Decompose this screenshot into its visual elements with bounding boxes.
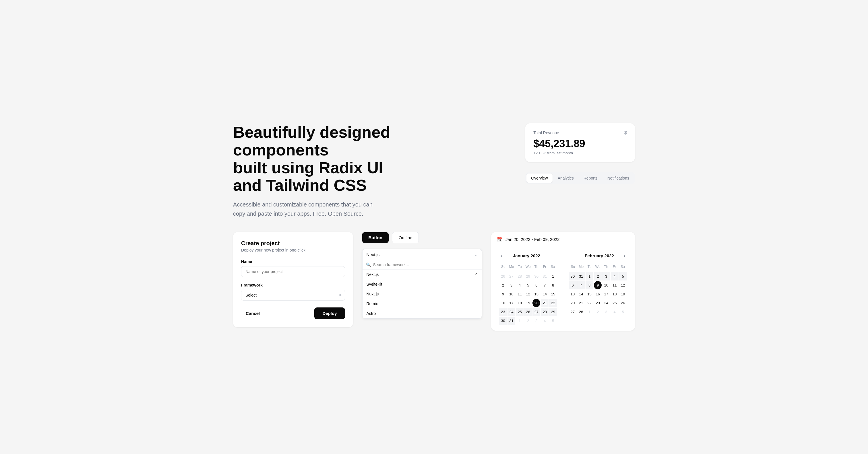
cal-cell[interactable]: 9 [499, 290, 507, 298]
cal-cell[interactable]: 10 [507, 290, 515, 298]
cal-cell[interactable]: 4 [611, 308, 619, 316]
cal-cell[interactable]: 1 [549, 272, 557, 281]
cal-cell[interactable]: 29 [549, 308, 557, 316]
framework-search-input[interactable] [373, 262, 478, 267]
dropdown-option-remix[interactable]: Remix [363, 299, 482, 309]
dropdown-trigger[interactable]: Next.js ⌄ [363, 249, 482, 260]
cal-cell[interactable]: 2 [594, 272, 601, 281]
cal-cell[interactable]: 26 [524, 308, 532, 316]
tab-overview[interactable]: Overview [526, 173, 552, 183]
cal-cell[interactable]: 8 [549, 281, 557, 289]
cal-cell[interactable]: 11 [516, 290, 524, 298]
cal-cell[interactable]: 12 [524, 290, 532, 298]
cal-cell[interactable]: 16 [499, 299, 507, 307]
cal-cell[interactable]: 24 [507, 308, 515, 316]
cal-cell[interactable]: 23 [499, 308, 507, 316]
cal-cell[interactable]: 15 [586, 290, 593, 298]
cal-cell[interactable]: 22 [549, 299, 557, 307]
cal-cell[interactable]: 6 [569, 281, 577, 289]
cal-cell[interactable]: 13 [569, 290, 577, 298]
project-name-input[interactable] [241, 266, 345, 277]
showcase-outline-button[interactable]: Outline [392, 232, 419, 243]
calendar-grids: ‹ January 2022 Su Mo Tu We Th Fr Sa [491, 247, 635, 331]
cal-cell[interactable]: 19 [619, 290, 627, 298]
cal-cell[interactable]: 8 [586, 281, 593, 289]
cal-cell[interactable]: 11 [611, 281, 619, 289]
cal-cell[interactable]: 3 [507, 281, 515, 289]
date-range-text: Jan 20, 2022 - Feb 09, 2022 [505, 237, 559, 242]
cal-cell[interactable]: 3 [532, 317, 540, 325]
cal-cell[interactable]: 25 [516, 308, 524, 316]
cal-cell[interactable]: 20 [569, 299, 577, 307]
cal-cell[interactable]: 18 [516, 299, 524, 307]
tab-notifications[interactable]: Notifications [603, 173, 634, 183]
cancel-button[interactable]: Cancel [241, 308, 265, 319]
cal-cell[interactable]: 18 [611, 290, 619, 298]
cal-cell-feb-9-selected[interactable]: 9 [594, 281, 601, 289]
cal-cell[interactable]: 30 [569, 272, 577, 281]
cal-cell[interactable]: 16 [594, 290, 601, 298]
cal-cell[interactable]: 24 [602, 299, 610, 307]
cal-cell[interactable]: 1 [586, 308, 593, 316]
dropdown-option-nextjs[interactable]: Next.js ✓ [363, 269, 482, 279]
cal-cell[interactable]: 2 [524, 317, 532, 325]
cal-cell[interactable]: 28 [516, 272, 524, 281]
cal-cell[interactable]: 4 [516, 281, 524, 289]
cal-cell[interactable]: 12 [619, 281, 627, 289]
cal-cell[interactable]: 30 [499, 317, 507, 325]
tab-analytics[interactable]: Analytics [553, 173, 578, 183]
cal-cell[interactable]: 3 [602, 308, 610, 316]
cal-cell[interactable]: 28 [541, 308, 549, 316]
cal-cell[interactable]: 14 [577, 290, 585, 298]
prev-month-button[interactable]: ‹ [499, 253, 504, 259]
tab-reports[interactable]: Reports [579, 173, 602, 183]
deploy-button[interactable]: Deploy [314, 307, 345, 319]
cal-cell[interactable]: 31 [577, 272, 585, 281]
cal-cell[interactable]: 21 [541, 299, 549, 307]
dropdown-option-astro[interactable]: Astro [363, 309, 482, 318]
cal-cell[interactable]: 21 [577, 299, 585, 307]
cal-cell[interactable]: 23 [594, 299, 601, 307]
framework-select[interactable]: Select Next.js SvelteKit Nuxt.js Remix A… [241, 290, 345, 300]
cal-cell[interactable]: 7 [577, 281, 585, 289]
cal-cell[interactable]: 28 [577, 308, 585, 316]
cal-cell[interactable]: 27 [507, 272, 515, 281]
showcase-filled-button[interactable]: Button [362, 232, 389, 243]
create-project-subtitle: Deploy your new project in one-click. [241, 248, 345, 252]
cal-cell[interactable]: 2 [594, 308, 601, 316]
cal-cell[interactable]: 6 [532, 281, 540, 289]
cal-cell[interactable]: 7 [541, 281, 549, 289]
next-month-button[interactable]: › [622, 253, 627, 259]
cal-cell[interactable]: 31 [507, 317, 515, 325]
cal-cell[interactable]: 17 [507, 299, 515, 307]
cal-cell[interactable]: 5 [524, 281, 532, 289]
cal-cell[interactable]: 5 [619, 272, 627, 281]
cal-cell[interactable]: 31 [541, 272, 549, 281]
cal-cell[interactable]: 19 [524, 299, 532, 307]
cal-cell[interactable]: 2 [499, 281, 507, 289]
cal-cell[interactable]: 29 [524, 272, 532, 281]
cal-cell[interactable]: 27 [569, 308, 577, 316]
cal-cell[interactable]: 27 [532, 308, 540, 316]
cal-cell[interactable]: 26 [619, 299, 627, 307]
cal-cell-jan-20-selected[interactable]: 20 [532, 299, 540, 307]
dropdown-option-nuxtjs[interactable]: Nuxt.js [363, 289, 482, 299]
cal-cell[interactable]: 1 [516, 317, 524, 325]
cal-cell[interactable]: 30 [532, 272, 540, 281]
cal-cell[interactable]: 25 [611, 299, 619, 307]
cal-cell[interactable]: 17 [602, 290, 610, 298]
cal-cell[interactable]: 4 [541, 317, 549, 325]
cal-cell[interactable]: 3 [602, 272, 610, 281]
cal-cell[interactable]: 10 [602, 281, 610, 289]
cal-cell[interactable]: 5 [549, 317, 557, 325]
cal-cell[interactable]: 5 [619, 308, 627, 316]
cal-cell[interactable]: 4 [611, 272, 619, 281]
dropdown-option-sveltekit[interactable]: SvelteKit [363, 279, 482, 289]
cal-cell[interactable]: 22 [586, 299, 593, 307]
cal-cell[interactable]: 14 [541, 290, 549, 298]
cal-cell[interactable]: 13 [532, 290, 540, 298]
cal-cell[interactable]: 1 [586, 272, 593, 281]
february-days-header: Su Mo Tu We Th Fr Sa [569, 264, 627, 270]
cal-cell[interactable]: 26 [499, 272, 507, 281]
cal-cell[interactable]: 15 [549, 290, 557, 298]
